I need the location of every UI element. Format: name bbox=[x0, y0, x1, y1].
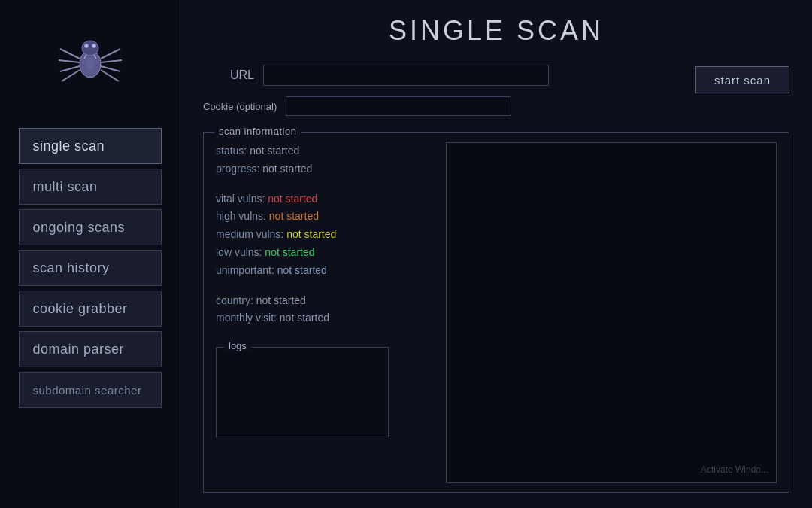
logo-container bbox=[38, 8, 143, 113]
status-group: status: not started progress: not starte… bbox=[216, 142, 434, 178]
vulns-group: vital vulns: not started high vulns: not… bbox=[216, 190, 434, 280]
country-value: not started bbox=[256, 294, 306, 306]
vital-value: not started bbox=[268, 193, 317, 205]
progress-line: progress: not started bbox=[216, 160, 434, 178]
svg-line-12 bbox=[101, 66, 120, 71]
cookie-label: Cookie (optional) bbox=[203, 101, 286, 112]
sidebar: single scan multi scan ongoing scans sca… bbox=[0, 0, 180, 508]
medium-label: medium vulns: bbox=[216, 228, 283, 240]
svg-line-13 bbox=[101, 70, 119, 81]
status-label: status: bbox=[216, 144, 247, 157]
info-left: status: not started progress: not starte… bbox=[216, 142, 434, 483]
low-line: low vulns: not started bbox=[216, 244, 434, 262]
svg-line-7 bbox=[59, 60, 80, 62]
watermark-text: Activate Windo... bbox=[701, 464, 768, 475]
svg-point-16 bbox=[86, 57, 95, 71]
vital-line: vital vulns: not started bbox=[216, 190, 434, 208]
progress-value: not started bbox=[262, 163, 312, 175]
low-label: low vulns: bbox=[216, 246, 262, 258]
svg-point-1 bbox=[82, 41, 98, 56]
high-line: high vulns: not started bbox=[216, 208, 434, 226]
logs-legend: logs bbox=[224, 340, 251, 351]
inputs-column: URL Cookie (optional) bbox=[203, 65, 680, 122]
main-content: SINGLE SCAN URL Cookie (optional) start … bbox=[180, 0, 812, 508]
high-value: not started bbox=[269, 210, 319, 222]
nav-subdomain-searcher[interactable]: subdomain searcher bbox=[19, 372, 162, 408]
svg-line-11 bbox=[101, 60, 122, 62]
url-row: URL bbox=[203, 65, 680, 86]
url-input[interactable] bbox=[263, 65, 549, 86]
svg-line-9 bbox=[62, 70, 80, 81]
medium-line: medium vulns: not started bbox=[216, 226, 434, 244]
vital-label: vital vulns: bbox=[216, 193, 265, 205]
status-value: not started bbox=[250, 144, 299, 157]
high-label: high vulns: bbox=[216, 210, 266, 222]
nav-scan-history[interactable]: scan history bbox=[19, 250, 162, 286]
medium-value: not started bbox=[286, 228, 336, 240]
unimportant-value: not started bbox=[277, 264, 327, 276]
status-line: status: not started bbox=[216, 142, 434, 160]
scan-info-panel: scan information status: not started pro… bbox=[203, 132, 789, 493]
monthly-visit-value: not started bbox=[280, 312, 329, 324]
cookie-row: Cookie (optional) bbox=[203, 96, 680, 116]
start-scan-button[interactable]: start scan bbox=[695, 66, 789, 93]
nav-multi-scan[interactable]: multi scan bbox=[19, 169, 162, 205]
low-value: not started bbox=[265, 246, 314, 258]
monthly-visit-label: monthly visit: bbox=[216, 312, 277, 324]
page-title: SINGLE SCAN bbox=[203, 15, 789, 47]
nav-ongoing-scans[interactable]: ongoing scans bbox=[19, 209, 162, 245]
cookie-input[interactable] bbox=[286, 96, 511, 116]
scan-info-legend: scan information bbox=[214, 126, 301, 137]
nav-domain-parser[interactable]: domain parser bbox=[19, 331, 162, 367]
spider-logo-icon bbox=[45, 15, 135, 105]
svg-point-4 bbox=[85, 45, 87, 47]
nav-cookie-grabber[interactable]: cookie grabber bbox=[19, 291, 162, 327]
unimportant-label: unimportant: bbox=[216, 264, 274, 276]
country-label: country: bbox=[216, 294, 253, 306]
monthly-visit-line: monthly visit: not started bbox=[216, 309, 434, 327]
geo-group: country: not started monthly visit: not … bbox=[216, 292, 434, 328]
inputs-area: URL Cookie (optional) start scan bbox=[203, 65, 789, 122]
button-column: start scan bbox=[695, 65, 789, 93]
svg-line-6 bbox=[60, 49, 80, 59]
unimportant-line: unimportant: not started bbox=[216, 262, 434, 280]
svg-line-10 bbox=[101, 49, 120, 59]
logs-section: logs bbox=[216, 347, 434, 483]
logs-panel: logs bbox=[216, 347, 389, 437]
country-line: country: not started bbox=[216, 292, 434, 310]
progress-label: progress: bbox=[216, 163, 259, 175]
nav-single-scan[interactable]: single scan bbox=[19, 128, 162, 164]
svg-line-8 bbox=[60, 66, 80, 71]
display-right-panel: Activate Windo... bbox=[446, 142, 777, 483]
svg-point-5 bbox=[92, 45, 95, 47]
url-label: URL bbox=[203, 68, 263, 82]
